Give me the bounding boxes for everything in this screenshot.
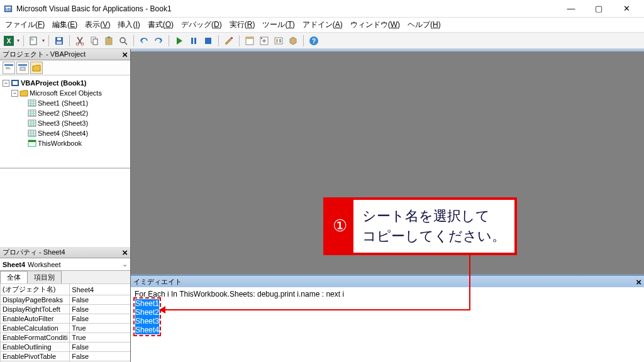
help-icon[interactable]: ? <box>308 35 320 47</box>
svg-rect-20 <box>194 38 196 44</box>
callout-arrow <box>469 255 470 309</box>
object-browser-icon[interactable] <box>272 35 285 47</box>
menu-e[interactable]: 編集(E) <box>48 18 81 32</box>
project-tree[interactable]: − VBAProject (Book1) − Microsoft Excel O… <box>0 75 130 168</box>
svg-rect-24 <box>246 37 253 39</box>
svg-rect-44 <box>28 130 36 136</box>
undo-icon[interactable] <box>138 35 150 47</box>
property-grid[interactable]: (オブジェクト名)Sheet4DisplayPageBreaksFalseDis… <box>0 283 130 362</box>
tree-item[interactable]: Sheet1 (Sheet1) <box>1 98 129 108</box>
immediate-window: イミディエイト × For Each i In ThisWorkbook.She… <box>131 274 644 362</box>
close-button[interactable]: ✕ <box>613 0 640 18</box>
svg-rect-38 <box>20 67 25 70</box>
svg-rect-46 <box>28 140 36 142</box>
immediate-title: イミディエイト × <box>131 276 644 287</box>
menu-a[interactable]: アドイン(A) <box>299 18 347 32</box>
menu-t[interactable]: ツール(T) <box>258 18 298 32</box>
property-row[interactable]: DisplayPageBreaksFalse <box>1 295 131 305</box>
dropdown-icon[interactable]: ⌄ <box>122 260 128 268</box>
property-row[interactable]: EnablePivotTableFalse <box>1 352 131 361</box>
paste-icon[interactable] <box>103 35 115 47</box>
property-row[interactable]: EnableOutliningFalse <box>1 343 131 352</box>
dropdown-icon[interactable]: ▾ <box>17 38 19 43</box>
property-row[interactable]: DisplayRightToLeftFalse <box>1 305 131 314</box>
save-icon[interactable] <box>53 35 65 47</box>
view-code-icon[interactable] <box>3 62 15 74</box>
project-toolbar <box>0 60 130 75</box>
svg-rect-21 <box>205 38 211 44</box>
titlebar: VB Microsoft Visual Basic for Applicatio… <box>0 0 644 18</box>
toolbox-icon[interactable] <box>287 35 299 47</box>
project-panel-close-icon[interactable]: × <box>122 51 128 58</box>
menu-r[interactable]: 実行(R) <box>226 18 259 32</box>
immediate-output-line[interactable]: Sheet1 <box>135 299 159 308</box>
callout-number: ① <box>326 200 353 253</box>
menu-o[interactable]: 書式(O) <box>144 18 177 32</box>
svg-line-18 <box>125 42 127 45</box>
menu-v[interactable]: 表示(V) <box>81 18 114 32</box>
svg-rect-35 <box>6 69 11 69</box>
property-row[interactable]: EnableFormatConditiTrue <box>1 333 131 343</box>
immediate-output-line[interactable]: Sheet2 <box>135 308 159 317</box>
svg-rect-19 <box>191 38 193 44</box>
callout-arrowhead <box>159 306 165 314</box>
property-row[interactable]: (オブジェクト名)Sheet4 <box>1 284 131 295</box>
redo-icon[interactable] <box>152 35 165 47</box>
immediate-body[interactable]: For Each i In ThisWorkbook.Sheets: debug… <box>131 287 644 362</box>
menubar: ファイル(F)編集(E)表示(V)挿入(I)書式(O)デバッグ(D)実行(R)ツ… <box>0 18 644 33</box>
immediate-label: イミディエイト <box>133 277 182 287</box>
menu-d[interactable]: デバッグ(D) <box>177 18 226 32</box>
tree-folder[interactable]: Microsoft Excel Objects <box>30 89 102 97</box>
svg-rect-42 <box>28 110 36 116</box>
workbook-icon <box>28 140 36 147</box>
property-object-selector[interactable]: Sheet4 Worksheet ⌄ <box>0 258 130 271</box>
find-icon[interactable] <box>117 35 130 47</box>
property-tabs: 全体 項目別 <box>0 271 130 283</box>
tree-collapse-icon[interactable]: − <box>3 80 9 87</box>
tree-item[interactable]: ThisWorkbook <box>1 138 129 148</box>
tab-categorized[interactable]: 項目別 <box>27 271 62 283</box>
insert-module-icon[interactable] <box>28 35 40 47</box>
immediate-code-line[interactable]: For Each i In ThisWorkbook.Sheets: debug… <box>135 290 640 299</box>
copy-icon[interactable] <box>88 35 101 47</box>
menu-f[interactable]: ファイル(F) <box>1 18 48 32</box>
annotation-callout: ① シート名を選択して コピーしてください。 <box>323 197 517 255</box>
tab-alphabetic[interactable]: 全体 <box>0 271 28 283</box>
tree-item[interactable]: Sheet2 (Sheet2) <box>1 108 129 118</box>
tree-collapse-icon[interactable]: − <box>11 90 18 97</box>
menu-i[interactable]: 挿入(I) <box>114 18 143 32</box>
property-row[interactable]: EnableCalculationTrue <box>1 324 131 333</box>
project-explorer-icon[interactable] <box>243 35 256 47</box>
design-mode-icon[interactable] <box>223 35 235 47</box>
immediate-output-line[interactable]: Sheet3 <box>135 317 159 326</box>
toggle-folders-icon[interactable] <box>30 62 43 74</box>
svg-rect-43 <box>28 120 36 126</box>
minimize-button[interactable]: — <box>557 0 585 18</box>
menu-h[interactable]: ヘルプ(H) <box>404 18 445 32</box>
pause-icon[interactable] <box>187 35 200 47</box>
maximize-button[interactable]: ▢ <box>585 0 613 18</box>
immediate-output-line[interactable]: Sheet4 <box>135 326 159 334</box>
excel-icon[interactable]: X <box>3 35 15 47</box>
menu-w[interactable]: ウィンドウ(W) <box>347 18 404 32</box>
properties-panel-title: プロパティ - Sheet4 × <box>0 247 130 258</box>
svg-rect-41 <box>28 100 36 106</box>
properties-icon[interactable] <box>258 35 270 47</box>
tree-item[interactable]: Sheet4 (Sheet4) <box>1 128 129 138</box>
svg-rect-9 <box>57 38 61 40</box>
property-row[interactable]: EnableAutoFilterFalse <box>1 314 131 324</box>
properties-panel-close-icon[interactable]: × <box>122 249 128 256</box>
dropdown-icon[interactable]: ▾ <box>42 38 45 43</box>
property-object-type: Worksheet <box>28 261 60 268</box>
immediate-close-icon[interactable]: × <box>636 277 641 287</box>
app-icon: VB <box>4 4 13 13</box>
tree-item[interactable]: Sheet3 (Sheet3) <box>1 118 129 128</box>
stop-icon[interactable] <box>202 35 214 47</box>
run-icon[interactable] <box>173 35 186 47</box>
tree-root[interactable]: VBAProject (Book1) <box>21 79 87 87</box>
project-panel-title: プロジェクト - VBAProject × <box>0 49 130 60</box>
sheet-icon <box>28 99 36 107</box>
view-object-icon[interactable] <box>16 62 29 74</box>
svg-rect-26 <box>261 38 262 39</box>
cut-icon[interactable] <box>74 35 86 47</box>
